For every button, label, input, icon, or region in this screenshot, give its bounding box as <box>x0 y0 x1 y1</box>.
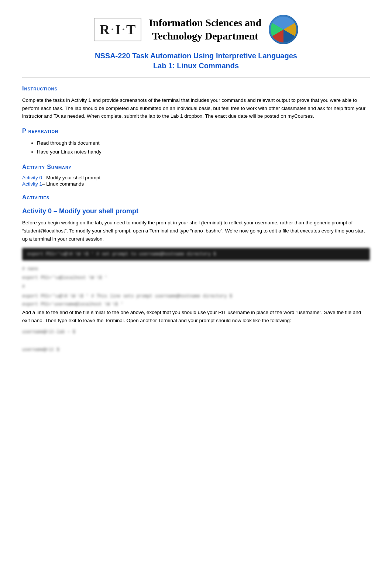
lab-title: Lab 1: Linux Commands <box>22 62 370 70</box>
globe-icon <box>269 15 298 44</box>
rit-logo: R · I · T <box>94 18 142 41</box>
rit-dot-1: · <box>111 24 114 35</box>
preparation-list: Read through this document Have your Lin… <box>37 139 370 157</box>
activity0-link[interactable]: Activity 0 <box>22 175 42 180</box>
activity-summary-item-0: Activity 0– Modify your shell prompt <box>22 175 370 180</box>
instructions-body: Complete the tasks in Activity 1 and pro… <box>22 96 370 120</box>
code-block-4: export PS1='username@localhost \W \$ ' <box>22 302 370 307</box>
prompt-example-1: username@rit-lab ~ $ <box>22 330 370 335</box>
prep-item-2: Have your Linux notes handy <box>37 148 370 156</box>
activity-summary-item-1: Activity 1– Linux commands <box>22 181 370 187</box>
course-title: NSSA-220 Task Automation Using Interpret… <box>22 52 370 60</box>
dept-line1: Information Sciences and <box>149 16 261 30</box>
activity1-link[interactable]: Activity 1 <box>22 181 42 187</box>
activity0-body2: Add a line to the end of the file simila… <box>22 308 370 324</box>
prep-item-1: Read through this document <box>37 139 370 148</box>
divider-1 <box>22 77 370 78</box>
code-block-2: export PS1='\u@localhost \W \$ ' <box>22 275 370 280</box>
rit-dot-2: · <box>122 24 125 35</box>
activity-summary-heading: Activity Summary <box>22 164 370 170</box>
dept-line2: Technology Department <box>149 30 261 43</box>
prompt-example-2: username@rit $ <box>22 347 370 352</box>
activities-heading: Activities <box>22 194 370 201</box>
instructions-heading: Instructions <box>22 85 370 92</box>
code-block-dark: export PS1='\u@\H \W \$ ' # set prompt t… <box>22 248 370 261</box>
code-line-2: # <box>22 283 370 291</box>
rit-letter-i: I <box>115 21 121 38</box>
activity0-desc: – Modify your shell prompt <box>42 175 100 180</box>
code-line-1: # nano <box>22 265 370 273</box>
code-block-3: export PS1='\u@\H \W \$ ' # This line se… <box>22 294 370 299</box>
rit-letter-t: T <box>126 21 135 38</box>
department-title: Information Sciences and Technology Depa… <box>149 16 261 43</box>
rit-letter-r: R <box>100 21 110 38</box>
activity0-body1: Before you begin working on the lab, you… <box>22 219 370 243</box>
page-header: R · I · T Information Sciences and Techn… <box>22 15 370 44</box>
globe-inner <box>271 17 296 42</box>
preparation-heading: P reparation <box>22 128 370 134</box>
activity0-heading: Activity 0 – Modify your shell prompt <box>22 207 370 215</box>
activity1-desc: – Linux commands <box>42 181 84 187</box>
